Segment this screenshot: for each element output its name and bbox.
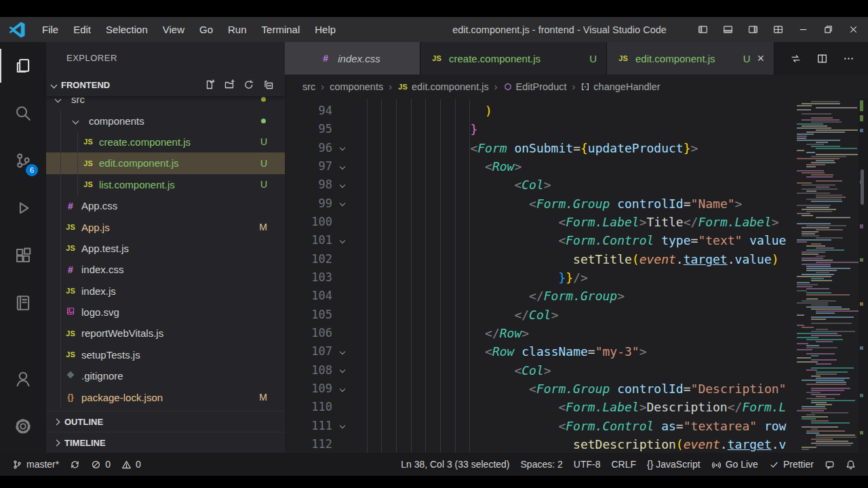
fold-icon[interactable] <box>332 139 353 157</box>
tree-item-index.js[interactable]: JSindex.js <box>46 281 285 302</box>
layout-panel-icon[interactable] <box>723 24 733 35</box>
code-line-98[interactable]: 98 <Col> <box>285 176 795 194</box>
menu-help[interactable]: Help <box>307 24 343 35</box>
tab-index.css[interactable]: #index.css <box>285 42 420 75</box>
activity-settings[interactable] <box>0 403 46 450</box>
activity-search[interactable] <box>0 89 46 137</box>
breadcrumb-edit.component.js[interactable]: JSedit.component.js <box>397 81 489 92</box>
activity-extensions[interactable] <box>0 232 46 279</box>
refresh-icon[interactable] <box>243 79 254 90</box>
breadcrumb-src[interactable]: src <box>302 81 315 92</box>
status-feedback[interactable] <box>819 453 840 476</box>
tree-item-package-lock.json[interactable]: {}package-lock.jsonM <box>46 386 285 407</box>
code-line-96[interactable]: 96 <Form onSubmit={updateProduct}> <box>285 139 795 157</box>
activity-accounts[interactable] <box>0 355 46 403</box>
tree-item-setupTests.js[interactable]: JSsetupTests.js <box>46 344 285 365</box>
minimize-icon[interactable] <box>798 24 808 35</box>
tree-item-edit.component.js[interactable]: JSedit.component.jsU <box>46 152 285 174</box>
tree-item-list.component.js[interactable]: JSlist.component.jsU <box>46 174 285 195</box>
code-line-112[interactable]: 112 setDescription(event.target.v <box>285 435 795 453</box>
collapse-all-icon[interactable] <box>263 79 274 90</box>
close-win-icon[interactable] <box>848 24 859 35</box>
new-file-icon[interactable] <box>204 79 215 90</box>
panel-timeline[interactable]: TIMELINE <box>46 432 285 453</box>
code-line-102[interactable]: 102 setTitle(event.target.value) <box>285 250 795 268</box>
status-indentation[interactable]: Spaces: 2 <box>515 453 568 476</box>
tree-item-App.test.js[interactable]: JSApp.test.js <box>46 238 285 259</box>
status-language-mode[interactable]: {} JavaScript <box>642 453 706 476</box>
layout-custom-icon[interactable] <box>773 24 783 35</box>
code-line-106[interactable]: 106 </Row> <box>285 324 795 342</box>
status-eol[interactable]: CRLF <box>606 453 642 476</box>
tab-edit.component.js[interactable]: JSedit.component.jsU× <box>607 42 774 75</box>
fold-icon[interactable] <box>332 417 353 435</box>
status-prettier[interactable]: Prettier <box>764 453 819 476</box>
fold-icon[interactable] <box>332 195 353 213</box>
ellipsis-icon[interactable] <box>843 53 854 64</box>
tree-item-components[interactable]: components <box>46 110 285 131</box>
code-line-109[interactable]: 109 <Form.Group controlId="Description" <box>285 380 795 398</box>
code-line-104[interactable]: 104 </Form.Group> <box>285 287 795 305</box>
minimap[interactable] <box>795 99 859 453</box>
menu-file[interactable]: File <box>35 24 66 35</box>
fold-icon[interactable] <box>332 380 353 398</box>
status-errors[interactable]: 0 <box>85 453 116 476</box>
fold-icon[interactable] <box>332 342 353 361</box>
split-icon[interactable] <box>816 53 828 64</box>
fold-icon[interactable] <box>332 361 353 380</box>
tree-item-create.component.js[interactable]: JScreate.component.jsU <box>46 131 285 152</box>
code-editor[interactable]: 94 )95 }96 <Form onSubmit={updateProduct… <box>285 99 868 453</box>
tree-item-App.js[interactable]: JSApp.jsM <box>46 216 285 237</box>
new-folder-icon[interactable] <box>224 79 235 90</box>
tree-item-.gitignore[interactable]: .gitignore <box>46 365 285 386</box>
menu-selection[interactable]: Selection <box>98 24 155 35</box>
restore-icon[interactable] <box>823 24 833 35</box>
close-icon[interactable]: × <box>757 52 764 64</box>
code-line-107[interactable]: 107 <Row className="my-3"> <box>285 342 795 361</box>
panel-outline[interactable]: OUTLINE <box>46 411 285 432</box>
fold-icon[interactable] <box>332 176 353 194</box>
activity-source-control[interactable]: 6 <box>0 137 46 184</box>
code-line-110[interactable]: 110 <Form.Label>Description</Form.L <box>285 398 795 416</box>
layout-secondary-icon[interactable] <box>748 24 758 35</box>
tree-item-index.css[interactable]: #index.css <box>46 259 285 280</box>
breadcrumb-EditProduct[interactable]: EditProduct <box>503 81 567 92</box>
menu-terminal[interactable]: Terminal <box>254 24 308 35</box>
code-line-108[interactable]: 108 <Col> <box>285 361 795 380</box>
activity-remote-explorer[interactable] <box>0 279 46 327</box>
code-line-103[interactable]: 103 }}/> <box>285 268 795 287</box>
status-warnings[interactable]: 0 <box>116 453 146 476</box>
scrollbar-thumb[interactable] <box>861 169 864 205</box>
tab-create.component.js[interactable]: JScreate.component.jsU <box>420 42 607 75</box>
fold-icon[interactable] <box>332 157 353 176</box>
status-notifications[interactable] <box>840 453 861 476</box>
activity-run-and-debug[interactable] <box>0 184 46 232</box>
code-line-111[interactable]: 111 <Form.Control as="textarea" row <box>285 417 795 435</box>
tree-item-reportWebVitals.js[interactable]: JSreportWebVitals.js <box>46 323 285 344</box>
tree-item-logo.svg[interactable]: logo.svg <box>46 302 285 323</box>
code-line-101[interactable]: 101 <Form.Control type="text" value <box>285 231 795 249</box>
folder-section-header[interactable]: FRONTEND <box>46 73 285 96</box>
tree-item-App.css[interactable]: #App.css <box>46 195 285 216</box>
breadcrumb-changeHandler[interactable]: changeHandler <box>580 81 660 92</box>
status-go-live[interactable]: Go Live <box>706 453 764 476</box>
code-line-99[interactable]: 99 <Form.Group controlId="Name"> <box>285 195 795 213</box>
tree-item-src[interactable]: src <box>46 96 285 110</box>
status-sync[interactable] <box>64 453 85 476</box>
code-line-100[interactable]: 100 <Form.Label>Title</Form.Label> <box>285 213 795 231</box>
code-line-97[interactable]: 97 <Row> <box>285 157 795 176</box>
status-git-branch[interactable]: master* <box>7 453 64 476</box>
status-cursor-position[interactable]: Ln 38, Col 3 (33 selected) <box>395 453 515 476</box>
code-line-95[interactable]: 95 } <box>285 120 795 138</box>
menu-go[interactable]: Go <box>192 24 220 35</box>
compare-icon[interactable] <box>790 53 802 64</box>
layout-sidebar-icon[interactable] <box>698 24 708 35</box>
fold-icon[interactable] <box>332 231 353 249</box>
activity-explorer[interactable] <box>0 42 46 89</box>
menu-view[interactable]: View <box>155 24 192 35</box>
code-line-105[interactable]: 105 </Col> <box>285 306 795 324</box>
code-line-94[interactable]: 94 ) <box>285 102 795 120</box>
menu-edit[interactable]: Edit <box>66 24 98 35</box>
status-encoding[interactable]: UTF-8 <box>568 453 606 476</box>
breadcrumb-components[interactable]: components <box>330 81 383 92</box>
